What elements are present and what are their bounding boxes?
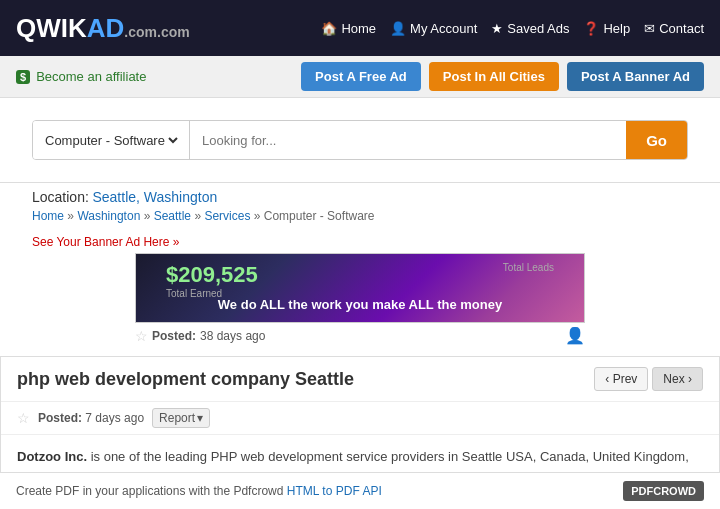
banner-total-leads: Total Leads [503, 262, 554, 273]
breadcrumb-sep3: » [194, 209, 204, 223]
banner-posted-ago: 38 days ago [200, 329, 265, 343]
listing-nav-buttons: ‹ Prev Nex › [594, 367, 703, 391]
report-chevron-icon: ▾ [197, 411, 203, 425]
nav-home-label: Home [341, 21, 376, 36]
report-label: Report [159, 411, 195, 425]
listing-star-icon[interactable]: ☆ [17, 410, 30, 426]
listing-header: php web development company Seattle ‹ Pr… [1, 357, 719, 402]
search-section: Computer - Software Go [0, 98, 720, 183]
pdf-link[interactable]: HTML to PDF API [287, 484, 382, 498]
banner-bottom-text: We do ALL the work you make ALL the mone… [136, 297, 584, 312]
location-label: Location: [32, 189, 89, 205]
banner-label: See Your Banner Ad Here » [16, 235, 704, 249]
location-city: Seattle, Washington [92, 189, 217, 205]
nav-saved-ads[interactable]: ★ Saved Ads [491, 21, 569, 36]
sub-header: $ Become an affiliate Post A Free Ad Pos… [0, 56, 720, 98]
dollar-icon: $ [16, 70, 30, 84]
nav-contact-label: Contact [659, 21, 704, 36]
location-section: Location: Seattle, Washington Home » Was… [0, 183, 720, 235]
affiliate-text: Become an affiliate [36, 69, 146, 84]
company-name: Dotzoo Inc. [17, 449, 87, 464]
banner-star-icon: ☆ [135, 328, 148, 344]
category-select-wrapper[interactable]: Computer - Software [33, 121, 190, 159]
nav-my-account[interactable]: 👤 My Account [390, 21, 477, 36]
breadcrumb-home[interactable]: Home [32, 209, 64, 223]
banner-posted-info: ☆ Posted: 38 days ago [135, 328, 265, 344]
category-select[interactable]: Computer - Software [41, 132, 181, 149]
breadcrumb-washington[interactable]: Washington [77, 209, 140, 223]
search-input[interactable] [190, 125, 626, 156]
pdf-bar: Create PDF in your applications with the… [0, 472, 720, 509]
star-nav-icon: ★ [491, 21, 503, 36]
banner-user-icon: 👤 [565, 326, 585, 345]
logo-qwik: QWIKAD.com [16, 13, 157, 43]
breadcrumb-category: Computer - Software [264, 209, 375, 223]
help-icon: ❓ [583, 21, 599, 36]
site-logo[interactable]: QWIKAD.com.com [16, 13, 190, 44]
listing-ago-text: 7 days ago [85, 411, 144, 425]
search-bar: Computer - Software Go [32, 120, 688, 160]
location-bar: Location: Seattle, Washington [16, 183, 704, 207]
nav-saved-ads-label: Saved Ads [507, 21, 569, 36]
breadcrumb-sep1: » [67, 209, 77, 223]
banner-container: $209,525 Total Earned Total Leads We do … [16, 253, 704, 348]
action-buttons: Post A Free Ad Post In All Cities Post A… [301, 62, 704, 91]
banner-section: See Your Banner Ad Here » $209,525 Total… [0, 235, 720, 356]
breadcrumb: Home » Washington » Seattle » Services »… [16, 207, 704, 231]
prev-button[interactable]: ‹ Prev [594, 367, 648, 391]
listing-posted-label: Posted: 7 days ago [38, 411, 144, 425]
banner-footer: ☆ Posted: 38 days ago 👤 [135, 323, 585, 348]
nav-my-account-label: My Account [410, 21, 477, 36]
banner-image[interactable]: $209,525 Total Earned Total Leads We do … [135, 253, 585, 323]
posted-bold: Posted: [38, 411, 82, 425]
next-button[interactable]: Nex › [652, 367, 703, 391]
pdf-text: Create PDF in your applications with the… [16, 484, 283, 498]
header-nav: 🏠 Home 👤 My Account ★ Saved Ads ❓ Help ✉… [321, 21, 704, 36]
breadcrumb-sep4: » [254, 209, 264, 223]
breadcrumb-seattle[interactable]: Seattle [154, 209, 191, 223]
nav-help[interactable]: ❓ Help [583, 21, 630, 36]
listing-title: php web development company Seattle [17, 369, 354, 390]
contact-icon: ✉ [644, 21, 655, 36]
nav-help-label: Help [603, 21, 630, 36]
person-icon: 👤 [390, 21, 406, 36]
logo-com: .com [157, 24, 190, 40]
nav-contact[interactable]: ✉ Contact [644, 21, 704, 36]
post-all-cities-button[interactable]: Post In All Cities [429, 62, 559, 91]
banner-posted-label: Posted: [152, 329, 196, 343]
affiliate-link[interactable]: $ Become an affiliate [16, 69, 146, 84]
post-banner-ad-button[interactable]: Post A Banner Ad [567, 62, 704, 91]
pdf-text-area: Create PDF in your applications with the… [16, 484, 382, 498]
report-button[interactable]: Report ▾ [152, 408, 210, 428]
location-link[interactable]: Seattle, Washington [92, 189, 217, 205]
search-go-button[interactable]: Go [626, 121, 687, 159]
home-icon: 🏠 [321, 21, 337, 36]
nav-home[interactable]: 🏠 Home [321, 21, 376, 36]
site-header: QWIKAD.com.com 🏠 Home 👤 My Account ★ Sav… [0, 0, 720, 56]
breadcrumb-services[interactable]: Services [204, 209, 250, 223]
listing-meta: ☆ Posted: 7 days ago Report ▾ [1, 402, 719, 435]
banner-money: $209,525 [166, 262, 258, 288]
breadcrumb-sep2: » [144, 209, 154, 223]
pdfcrowd-button[interactable]: PDFCROWD [623, 481, 704, 501]
post-free-ad-button[interactable]: Post A Free Ad [301, 62, 421, 91]
